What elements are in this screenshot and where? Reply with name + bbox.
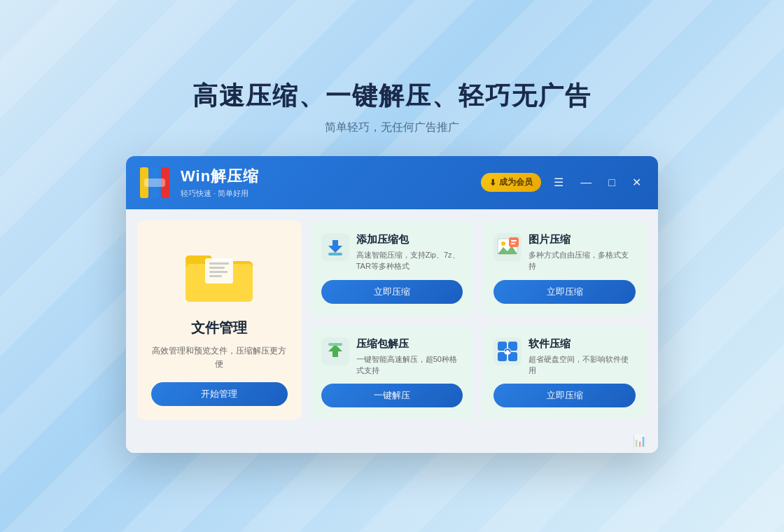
maximize-button[interactable]: □	[604, 175, 620, 190]
svg-rect-19	[209, 267, 225, 269]
decompress-text: 压缩包解压 一键智能高速解压，超50种格式支持	[356, 337, 463, 377]
filemanage-button[interactable]: 开始管理	[151, 382, 288, 406]
decompress-icon	[321, 337, 349, 365]
image-icon	[493, 233, 522, 261]
title-bar-right: ⬇ 成为会员 ☰ — □ ✕	[481, 173, 645, 192]
decompress-card-header: 压缩包解压 一键智能高速解压，超50种格式支持	[321, 337, 463, 377]
software-desc: 超省硬盘空间，不影响软件使用	[528, 354, 636, 377]
vip-button[interactable]: ⬇ 成为会员	[481, 173, 541, 192]
app-content: 添加压缩包 高速智能压缩，支持Zip、7z、TAR等多种格式 立即压缩	[126, 209, 658, 431]
decompress-title: 压缩包解压	[356, 337, 463, 351]
minimize-button[interactable]: —	[576, 175, 596, 190]
folder-icon	[184, 248, 254, 304]
image-text: 图片压缩 多种方式自由压缩，多格式支持	[528, 233, 636, 272]
image-card-header: 图片压缩 多种方式自由压缩，多格式支持	[493, 233, 636, 272]
svg-rect-18	[209, 262, 229, 265]
hero-subtitle: 简单轻巧，无任何广告推广	[325, 120, 459, 135]
svg-rect-3	[144, 178, 165, 187]
app-title-block: Win解压缩 轻巧快速 · 简单好用	[181, 166, 259, 199]
filemanage-desc: 高效管理和预览文件，压缩解压更方便	[151, 344, 288, 371]
compress-title: 添加压缩包	[356, 233, 463, 246]
svg-rect-13	[511, 243, 515, 244]
vip-icon: ⬇	[489, 178, 496, 188]
title-bar: Win解压缩 轻巧快速 · 简单好用 ⬇ 成为会员 ☰ — □ ✕	[126, 156, 658, 209]
software-icon	[493, 337, 522, 365]
image-desc: 多种方式自由压缩，多格式支持	[528, 249, 636, 272]
software-card: 软件压缩 超省硬盘空间，不影响软件使用 立即压缩	[482, 325, 647, 421]
decompress-desc: 一键智能高速解压，超50种格式支持	[356, 354, 463, 377]
close-button[interactable]: ✕	[628, 174, 645, 190]
software-text: 软件压缩 超省硬盘空间，不影响软件使用	[528, 337, 636, 377]
image-button[interactable]: 立即压缩	[493, 280, 636, 304]
svg-rect-11	[509, 237, 519, 247]
image-card: 图片压缩 多种方式自由压缩，多格式支持 立即压缩	[482, 220, 647, 316]
image-title: 图片压缩	[528, 233, 636, 246]
app-window: Win解压缩 轻巧快速 · 简单好用 ⬇ 成为会员 ☰ — □ ✕	[126, 156, 658, 453]
app-title: Win解压缩	[181, 166, 259, 187]
hero-title: 高速压缩、一键解压、轻巧无广告	[192, 79, 592, 113]
svg-rect-21	[209, 275, 222, 277]
title-bar-left: Win解压缩 轻巧快速 · 简单好用	[139, 166, 259, 200]
compress-button[interactable]: 立即压缩	[321, 280, 463, 304]
filemanage-card: 文件管理 高效管理和预览文件，压缩解压更方便 开始管理	[137, 220, 302, 420]
app-logo	[139, 166, 172, 200]
compress-card-header: 添加压缩包 高速智能压缩，支持Zip、7z、TAR等多种格式	[321, 233, 463, 272]
filemanage-title: 文件管理	[191, 318, 247, 337]
software-card-header: 软件压缩 超省硬盘空间，不影响软件使用	[493, 337, 636, 377]
svg-rect-12	[511, 240, 517, 241]
menu-icon[interactable]: ☰	[550, 174, 568, 190]
vip-label: 成为会员	[499, 176, 533, 188]
svg-rect-20	[209, 271, 227, 273]
software-title: 软件压缩	[528, 337, 636, 351]
svg-rect-24	[328, 343, 342, 346]
compress-desc: 高速智能压缩，支持Zip、7z、TAR等多种格式	[356, 249, 463, 272]
svg-rect-6	[328, 253, 342, 255]
app-subtitle: 轻巧快速 · 简单好用	[181, 188, 259, 199]
compress-icon	[321, 233, 349, 261]
software-button[interactable]: 立即压缩	[493, 384, 636, 407]
decompress-button[interactable]: 一键解压	[321, 384, 463, 407]
folder-icon-container	[184, 248, 254, 307]
chart-icon: 📊	[633, 435, 647, 447]
compress-card: 添加压缩包 高速智能压缩，支持Zip、7z、TAR等多种格式 立即压缩	[310, 220, 475, 316]
svg-point-9	[501, 241, 505, 246]
compress-text: 添加压缩包 高速智能压缩，支持Zip、7z、TAR等多种格式	[356, 233, 463, 272]
decompress-card: 压缩包解压 一键智能高速解压，超50种格式支持 一键解压	[310, 325, 475, 421]
